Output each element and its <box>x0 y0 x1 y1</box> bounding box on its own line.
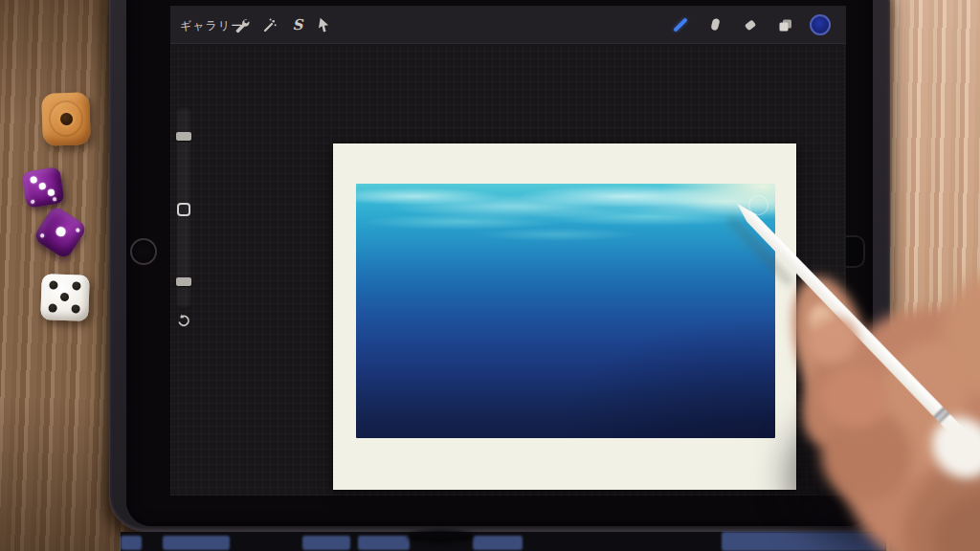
die-pip <box>49 280 57 289</box>
brush-icon <box>673 17 688 33</box>
keyboard-key <box>302 536 350 550</box>
magic-wand-icon <box>261 17 278 33</box>
die-pip <box>71 304 79 313</box>
undo-button[interactable] <box>176 314 191 329</box>
procreate-toolbar: ギャラリー S <box>170 6 846 44</box>
die-pip <box>48 303 56 312</box>
eraser-icon <box>742 17 758 33</box>
undo-arrow-icon <box>176 314 191 329</box>
die-pip <box>72 281 80 290</box>
modify-button[interactable] <box>177 203 190 216</box>
brush-size-slider-handle[interactable] <box>176 132 191 141</box>
erase-tool-button[interactable] <box>741 16 758 33</box>
sidebar-controls <box>175 107 192 346</box>
layers-button[interactable] <box>776 16 793 33</box>
procreate-screen: ギャラリー S <box>170 6 846 496</box>
wrench-icon <box>234 17 251 33</box>
die-side-pip <box>31 200 35 205</box>
keyboard-gap <box>407 530 474 543</box>
canvas-paper[interactable] <box>333 143 796 490</box>
die-side-pip <box>76 228 81 233</box>
keyboard-strip <box>121 532 886 551</box>
die-side-pip <box>53 197 57 202</box>
keyboard-key <box>358 536 410 550</box>
die-purple-showing-1 <box>33 205 88 260</box>
layers-icon <box>777 17 793 33</box>
die-pip <box>30 176 37 184</box>
keyboard-key <box>473 536 523 550</box>
paint-tool-button[interactable] <box>672 16 689 33</box>
current-color-swatch[interactable] <box>810 14 831 35</box>
selection-s-icon: S <box>293 17 303 33</box>
die-orange-showing-1 <box>41 92 91 146</box>
ocean-artwork[interactable] <box>356 184 775 438</box>
transform-arrow-icon <box>314 15 333 34</box>
die-pip <box>60 293 69 301</box>
die-pip <box>55 225 68 238</box>
smudge-tool-button[interactable] <box>705 16 723 33</box>
keyboard-key <box>121 536 142 550</box>
die-side-pip <box>39 233 45 239</box>
die-white-showing-5 <box>40 274 90 321</box>
die-pip <box>38 183 46 190</box>
opacity-slider-handle[interactable] <box>176 277 191 286</box>
smudge-finger-icon <box>706 17 723 33</box>
keyboard-key <box>163 536 230 550</box>
selection-button[interactable]: S <box>289 16 306 33</box>
scene-photo: ギャラリー S <box>0 0 980 551</box>
actions-button[interactable] <box>234 16 251 33</box>
transform-button[interactable] <box>315 16 332 33</box>
die-pip <box>47 188 55 196</box>
die-purple-showing-3 <box>21 166 64 209</box>
adjustments-button[interactable] <box>260 16 278 33</box>
front-camera <box>130 238 157 265</box>
